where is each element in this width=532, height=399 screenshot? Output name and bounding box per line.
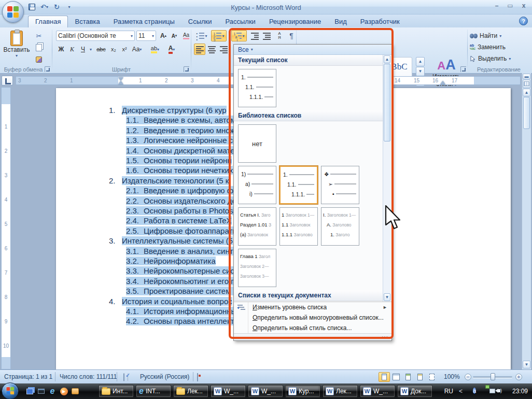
increase-indent-button[interactable] — [261, 30, 272, 41]
zoom-slider-thumb[interactable] — [491, 373, 495, 380]
first-line-indent-marker[interactable] — [118, 77, 123, 81]
ruler-toggle-button[interactable] — [523, 80, 530, 88]
taskbar-button-1[interactable]: Инт... — [99, 385, 134, 397]
styles-scroll-up[interactable]: ▲ — [416, 57, 425, 66]
save-button[interactable] — [27, 2, 37, 11]
list-style-tile[interactable]: 1.1.1.1.1.1. — [279, 166, 318, 204]
switch-windows-icon[interactable] — [25, 387, 34, 396]
replace-button[interactable]: abчасЗаменить — [470, 42, 506, 52]
customize-qat-button[interactable]: ▾ — [64, 2, 74, 11]
gallery-scroll-up[interactable]: ▲ — [384, 55, 390, 63]
align-left-button[interactable] — [194, 44, 205, 55]
styles-dialog-launcher[interactable] — [460, 66, 466, 72]
view-fullscreen-reading-button[interactable] — [390, 372, 402, 382]
find-button[interactable]: Найти▾ — [470, 31, 501, 41]
taskbar-button-3[interactable]: Лек... — [173, 385, 208, 397]
undo-button[interactable]: ↶▾ — [39, 2, 49, 11]
language-badge[interactable]: RU — [444, 388, 453, 395]
ie-quicklaunch-icon[interactable]: e — [48, 387, 57, 396]
tab-7[interactable]: Вид — [328, 16, 354, 27]
sort-button[interactable]: АЯ — [273, 30, 286, 41]
language-bar-icon[interactable]: a — [473, 387, 476, 395]
font-color-button[interactable]: А▾ — [164, 44, 179, 55]
view-print-layout-button[interactable] — [379, 372, 390, 382]
gallery-scroll-down[interactable]: ▼ — [384, 293, 390, 301]
align-center-button[interactable] — [206, 44, 217, 55]
decrease-indent-button[interactable] — [249, 30, 260, 41]
zoom-level[interactable]: 100% — [444, 373, 460, 380]
taskbar-button-2[interactable]: eINT... — [136, 385, 171, 397]
list-style-tile[interactable]: нет — [238, 124, 276, 163]
restore-button[interactable]: ▭ — [504, 2, 516, 10]
taskbar-button-4[interactable]: WW_... — [211, 385, 246, 397]
taskbar-button-9[interactable]: WДок... — [397, 385, 432, 397]
cut-button[interactable]: ✂ — [32, 30, 46, 41]
show-marks-button[interactable]: ¶ — [286, 30, 297, 41]
tab-selector[interactable] — [2, 76, 13, 86]
menu-item-2[interactable]: Определить новый многоуровневый список..… — [234, 312, 391, 323]
tab-8[interactable]: Разработчик — [354, 16, 407, 27]
gallery-scrollbar[interactable]: ▲ ▼ — [383, 55, 391, 302]
tab-1[interactable]: Главная — [28, 16, 68, 27]
split-handle[interactable]: ▬ — [523, 74, 530, 79]
paste-button[interactable]: Вставить ▾ — [4, 30, 29, 64]
minimize-button[interactable]: – — [491, 2, 503, 10]
view-outline-button[interactable] — [414, 372, 426, 382]
tab-2[interactable]: Вставка — [68, 16, 106, 27]
show-desktop-icon[interactable] — [36, 387, 46, 396]
clear-formatting-button[interactable]: Aa — [180, 30, 192, 41]
view-draft-button[interactable] — [426, 372, 438, 382]
hanging-indent-marker[interactable] — [118, 81, 123, 84]
bold-button[interactable]: Ж — [56, 44, 66, 55]
text-highlight-button[interactable]: ab▾ — [147, 44, 163, 55]
clock[interactable]: 23:09 — [512, 388, 528, 395]
underline-button[interactable]: Ч — [78, 44, 88, 55]
bullets-button[interactable]: •••▾ — [194, 30, 209, 41]
list-style-tile[interactable]: 1.1.1.1.1.1. — [238, 69, 276, 107]
media-player-icon[interactable]: ▶ — [59, 387, 68, 396]
scroll-up-button[interactable]: ▲ — [523, 89, 530, 96]
menu-item-3[interactable]: Определить новый стиль списка... — [234, 323, 391, 333]
font-size-combo[interactable]: 11▾ — [136, 31, 156, 41]
list-style-tile[interactable]: 1)a)i) — [238, 166, 276, 204]
tab-4[interactable]: Ссылки — [181, 16, 219, 27]
taskbar-button-7[interactable]: WЛек... — [323, 385, 358, 397]
view-web-layout-button[interactable] — [402, 372, 414, 382]
help-button[interactable]: ? — [519, 17, 528, 25]
taskbar-button-6[interactable]: WКур... — [285, 385, 320, 397]
font-dialog-launcher[interactable] — [184, 66, 189, 72]
volume-icon[interactable]: ) — [495, 388, 502, 393]
start-button[interactable] — [2, 382, 19, 399]
multilevel-list-button[interactable]: 1ai▾ — [231, 30, 247, 41]
office-button[interactable] — [2, 1, 24, 23]
list-style-tile[interactable]: ❖➢▪ — [321, 166, 359, 204]
tray-chevron[interactable]: < — [459, 388, 463, 395]
taskbar-button-5[interactable]: WW_... — [248, 385, 283, 397]
subscript-button[interactable]: x₂ — [108, 44, 119, 55]
tab-3[interactable]: Разметка страницы — [107, 16, 181, 27]
select-button[interactable]: Выделить▾ — [470, 53, 511, 64]
align-right-button[interactable] — [218, 44, 229, 55]
dropdown-resize-grip[interactable] — [234, 333, 391, 340]
copy-button[interactable] — [32, 42, 46, 53]
list-style-tile[interactable]: 1 Заголовок 1—1.1 Заголовок1.1.1 Заголов… — [279, 207, 318, 246]
gallery-scroll-thumb[interactable] — [384, 64, 390, 141]
scroll-thumb[interactable] — [523, 97, 530, 129]
vertical-ruler[interactable]: 12345678910 — [1, 87, 11, 369]
underline-dropdown[interactable]: ▾ — [88, 44, 93, 55]
shrink-font-button[interactable]: А▾ — [169, 30, 179, 41]
spellcheck-status[interactable] — [123, 374, 124, 381]
change-case-button[interactable]: Aa▾ — [130, 44, 144, 55]
word-count[interactable]: Число слов: 111/111 — [60, 373, 117, 380]
page-indicator[interactable]: Страница: 1 из 1 — [4, 373, 52, 380]
italic-button[interactable]: К — [67, 44, 77, 55]
macro-record-button[interactable] — [197, 374, 198, 381]
list-style-tile[interactable]: Статья I. ЗагоРаздел 1.01 З(а) Заголовок — [238, 207, 276, 246]
clipboard-dialog-launcher[interactable] — [45, 66, 50, 72]
list-style-tile[interactable]: Глава 1 ЗаголЗаголовок 2—Заголовок 3— — [238, 249, 276, 287]
tab-6[interactable]: Рецензирование — [262, 16, 328, 27]
zoom-out-button[interactable]: − — [465, 374, 471, 380]
grow-font-button[interactable]: А▴ — [158, 30, 169, 41]
menu-item-1[interactable]: Изменить уровень списка► — [234, 302, 391, 312]
font-name-combo[interactable]: Calibri (Основной те▾ — [56, 31, 135, 41]
